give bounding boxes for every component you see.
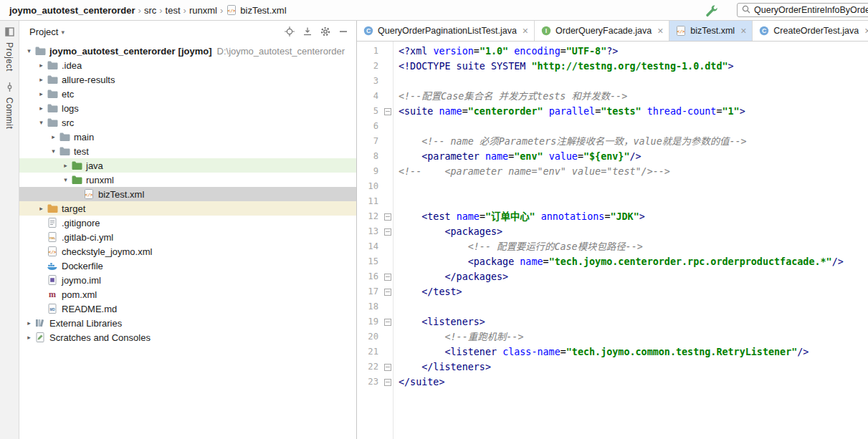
code-text[interactable] (393, 119, 399, 134)
breadcrumb-item-src[interactable]: src (142, 5, 158, 16)
stripe-project-button[interactable]: Project (4, 26, 14, 72)
tree-item-main[interactable]: ▸main (19, 130, 356, 144)
tree-item-test[interactable]: ▾test (19, 144, 356, 158)
code-text[interactable]: <!-- name 必须Parameters注解接收名一致，value就是为参数… (393, 134, 747, 149)
fold-toggle-icon[interactable] (383, 104, 393, 119)
breadcrumb-item-joymo-autotest-centerorder[interactable]: joymo_autotest_centerorder (7, 5, 138, 16)
code-text[interactable]: <!-- <parameter name="env" value="test"/… (393, 164, 670, 179)
collapse-arrow-icon[interactable]: ▾ (36, 119, 47, 126)
tab-close-icon[interactable]: × (657, 26, 663, 36)
tab-close-icon[interactable]: × (523, 26, 528, 36)
editor-tab-queryorderpaginationlisttest-java[interactable]: CQueryOrderPaginationListTest.java× (357, 21, 535, 41)
editor-tab-createordertest-java[interactable]: CCreateOrderTest.java× (753, 21, 868, 41)
code-text[interactable] (393, 179, 399, 194)
folder-icon (47, 88, 58, 100)
code-text[interactable]: </test> (393, 284, 462, 299)
code-text[interactable]: <!--配置Case集合名 并发方式tests 和并发数--> (393, 89, 627, 104)
code-text[interactable] (393, 194, 399, 209)
tree-item-idea[interactable]: ▸.idea (19, 58, 356, 72)
code-text[interactable]: <suite name="centerorder" parallel="test… (393, 104, 745, 119)
code-text[interactable]: <listeners> (393, 314, 485, 329)
expand-arrow-icon[interactable]: ▸ (36, 62, 47, 69)
collapse-arrow-icon[interactable]: ▾ (48, 148, 59, 155)
code-editor[interactable]: 1<?xml version="1.0" encoding="UTF-8"?>2… (357, 42, 868, 439)
code-text[interactable] (393, 74, 399, 89)
code-text[interactable]: </packages> (393, 269, 508, 284)
tree-item-gitignore[interactable]: .gitignore (19, 216, 356, 230)
stripe-commit-button[interactable]: Commit (4, 82, 14, 129)
expand-arrow-icon[interactable]: ▸ (36, 76, 47, 83)
tree-item-biztest-xml[interactable]: </>bizTest.xml (19, 187, 356, 201)
collapse-arrow-icon[interactable]: ▾ (24, 47, 34, 54)
tree-item-scratches-and-consoles[interactable]: ▸Scratches and Consoles (19, 330, 356, 344)
expand-arrow-icon[interactable]: ▸ (60, 162, 71, 169)
code-text[interactable]: <packages> (393, 224, 502, 239)
breadcrumb-chevron-icon: › (220, 5, 223, 16)
tree-item-checkstyle-joymo-xml[interactable]: </>checkstyle_joymo.xml (19, 244, 356, 259)
fold-toggle-icon[interactable] (383, 269, 393, 284)
search-box[interactable]: QueryOrderEntireInfoByOrder (737, 3, 868, 17)
code-text[interactable]: </suite> (393, 375, 445, 390)
tree-item-src[interactable]: ▾src (19, 115, 356, 130)
tree-item-joymo-autotest-centerorder[interactable]: ▾joymo_autotest_centerorder [joymo]D:\jo… (19, 44, 356, 58)
code-text[interactable]: <package name="tech.joymo.centerorder.rp… (393, 254, 844, 269)
collapse-arrow-icon[interactable]: ▾ (60, 176, 71, 183)
code-line: 5<suite name="centerorder" parallel="tes… (357, 104, 868, 119)
fold-toggle-icon[interactable] (383, 284, 393, 299)
line-number: 12 (357, 209, 383, 224)
tree-item-gitlab-ci-yml[interactable]: YML.gitlab-ci.yml (19, 230, 356, 244)
expand-arrow-icon[interactable]: ▸ (48, 133, 59, 140)
collapse-all-icon[interactable] (302, 26, 313, 37)
ide-window: joymo_autotest_centerorder›src›test›runx… (0, 0, 868, 439)
tree-item-readme-md[interactable]: MDREADME.md (19, 301, 356, 316)
code-text[interactable] (393, 299, 399, 314)
settings-gear-icon[interactable] (320, 26, 331, 37)
java-interface-icon: I (540, 25, 552, 37)
tree-item-target[interactable]: ▸target (19, 201, 356, 216)
tree-item-etc[interactable]: ▸etc (19, 87, 356, 101)
tab-close-icon[interactable]: × (864, 26, 868, 36)
tree-item-external-libraries[interactable]: ▸External Libraries (19, 316, 356, 330)
expand-arrow-icon[interactable]: ▸ (36, 105, 47, 112)
tree-item-label: main (74, 132, 94, 143)
tree-item-allure-results[interactable]: ▸allure-results (19, 72, 356, 87)
tab-close-icon[interactable]: × (740, 26, 746, 36)
expand-arrow-icon[interactable]: ▸ (36, 205, 47, 212)
code-text[interactable]: <?xml version="1.0" encoding="UTF-8"?> (393, 44, 618, 59)
fold-toggle-icon[interactable] (383, 375, 393, 390)
expand-arrow-icon[interactable]: ▸ (36, 90, 47, 97)
hide-panel-icon[interactable] (338, 26, 349, 37)
tree-item-dockerfile[interactable]: Dockerfile (19, 259, 356, 273)
code-text[interactable]: <listener class-name="tech.joymo.common.… (393, 344, 809, 360)
fold-toggle-icon[interactable] (383, 360, 393, 375)
code-text[interactable]: <test name="订单中心" annotations="JDK"> (393, 209, 645, 224)
editor-tab-biztest-xml[interactable]: </>bizTest.xml× (669, 21, 753, 41)
expand-arrow-icon[interactable]: ▸ (24, 334, 34, 341)
editor-tab-orderqueryfacade-java[interactable]: IOrderQueryFacade.java× (535, 21, 669, 41)
code-text[interactable]: <parameter name="env" value="${env}"/> (393, 149, 642, 164)
expand-arrow-icon[interactable]: ▸ (24, 319, 34, 327)
code-line: 17 </test> (357, 284, 868, 299)
locate-file-icon[interactable] (284, 26, 295, 37)
fold-toggle-icon[interactable] (383, 224, 393, 239)
tree-item-pom-xml[interactable]: mpom.xml (19, 287, 356, 301)
code-text[interactable]: </listeners> (393, 360, 491, 375)
breadcrumb-item-runxml[interactable]: runxml (187, 5, 219, 16)
breadcrumb-item-test[interactable]: test (163, 5, 183, 16)
fold-toggle-icon[interactable] (383, 314, 393, 329)
code-text[interactable]: <!DOCTYPE suite SYSTEM "http://testng.or… (393, 59, 734, 74)
line-number: 19 (357, 314, 383, 329)
code-text[interactable]: <!-- 配置要运行的Case模块包路径--> (393, 239, 643, 254)
tree-item-java[interactable]: ▸java (19, 158, 356, 173)
project-view-selector[interactable]: Project ▾ (29, 26, 65, 37)
breadcrumb-item-biztest-xml[interactable]: </>bizTest.xml (224, 4, 288, 16)
tree-item-joymo-iml[interactable]: joymo.iml (19, 273, 356, 287)
tree-item-label: .gitignore (62, 218, 100, 228)
code-text[interactable]: <!--重跑机制--> (393, 329, 524, 344)
tree-item-runxml[interactable]: ▾runxml (19, 173, 356, 187)
line-number: 13 (357, 224, 383, 239)
tree-item-logs[interactable]: ▸logs (19, 101, 356, 115)
build-wrench-icon[interactable] (705, 4, 719, 18)
code-line: 19 <listeners> (357, 314, 868, 329)
fold-toggle-icon[interactable] (383, 209, 393, 224)
